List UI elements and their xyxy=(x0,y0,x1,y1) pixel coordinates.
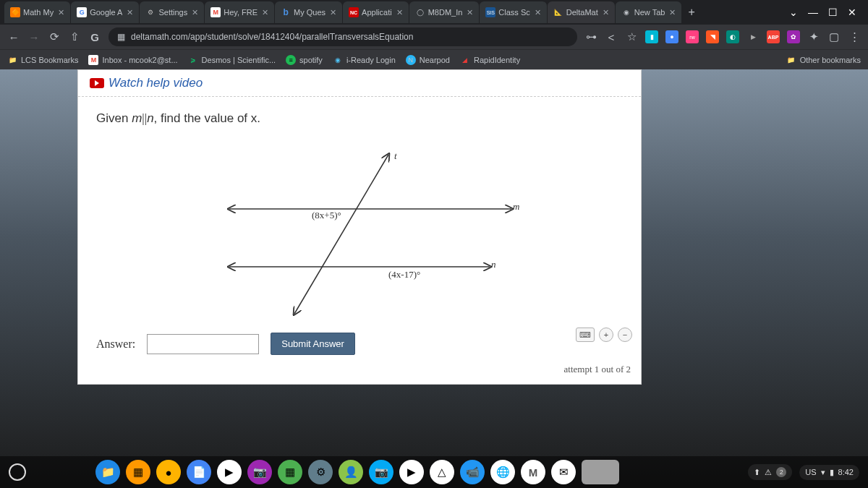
url-text: deltamath.com/app/student/solve/18412404… xyxy=(131,32,413,42)
tab-deltamath[interactable]: 📐DeltaMat✕ xyxy=(548,1,615,23)
gmail-app-icon[interactable]: ✉ xyxy=(551,460,576,484)
play-icon[interactable]: ▶ xyxy=(746,30,760,43)
zoom-in-button[interactable]: + xyxy=(599,328,613,342)
app-icon[interactable]: 👤 xyxy=(339,460,363,484)
submit-answer-button[interactable]: Submit Answer xyxy=(271,333,355,355)
close-icon[interactable]: ✕ xyxy=(396,8,403,17)
files-app-icon[interactable]: 📁 xyxy=(95,460,120,484)
key-icon[interactable]: ⊶ xyxy=(584,30,597,43)
abp-icon[interactable]: ABP xyxy=(767,30,780,43)
app-icon[interactable] xyxy=(582,460,619,484)
bookmark-nearpod[interactable]: NNearpod xyxy=(406,55,450,65)
chrome-os-shelf: 📁 ▦ ● 📄 ▶ 📷 ▦ ⚙ 👤 📷 ▶ △ 📹 🌐 M ✉ ⬆ ⚠ 2 US… xyxy=(0,456,868,488)
watch-help-video-link[interactable]: Watch help video xyxy=(90,76,629,90)
camera-app-icon[interactable]: 📷 xyxy=(369,460,393,484)
extensions-icon[interactable]: ✦ xyxy=(807,30,820,43)
upper-angle-label: (8x+5)° xyxy=(312,210,341,221)
help-video-label: Watch help video xyxy=(109,76,203,90)
back-icon[interactable]: ← xyxy=(7,31,20,43)
answer-input[interactable] xyxy=(147,334,259,354)
app-icon[interactable]: ▦ xyxy=(126,460,150,484)
close-icon[interactable]: ✕ xyxy=(58,8,64,17)
tab-myques[interactable]: bMy Ques✕ xyxy=(275,1,342,23)
bookmark-spotify[interactable]: ≡spotify xyxy=(286,55,323,65)
extension-icon[interactable]: ✿ xyxy=(787,30,800,43)
tab-newtab[interactable]: ◉New Tab✕ xyxy=(616,1,682,23)
app-icon[interactable]: ● xyxy=(156,460,181,484)
tab-google[interactable]: GGoogle A✕ xyxy=(71,1,139,23)
bookmark-rapididentity[interactable]: ◢RapidIdentity xyxy=(460,55,520,65)
close-icon[interactable]: ✕ xyxy=(669,8,676,17)
chrome-icon[interactable]: 🌐 xyxy=(490,460,515,484)
problem-figure: m n t (8x+5)° (4x-17)° xyxy=(179,140,540,321)
docs-icon[interactable]: 📄 xyxy=(187,460,211,484)
tab-m8dm[interactable]: ◯M8DM_In✕ xyxy=(409,1,480,23)
close-icon[interactable]: ✕ xyxy=(127,8,133,17)
close-icon[interactable]: ✕ xyxy=(262,8,268,17)
wifi-icon: ▾ xyxy=(821,468,825,477)
tab-settings[interactable]: ⚙Settings✕ xyxy=(140,1,204,23)
settings-app-icon[interactable]: ⚙ xyxy=(308,460,333,484)
sheets-icon[interactable]: ▦ xyxy=(278,460,302,484)
account-icon[interactable]: ▢ xyxy=(827,30,841,43)
clock: 8:42 xyxy=(838,468,854,476)
problem-card: Watch help video Given m||n, find the va… xyxy=(77,69,642,385)
extension-icon[interactable]: ◐ xyxy=(726,30,739,43)
m-app-icon[interactable]: M xyxy=(521,460,545,484)
svg-line-2 xyxy=(294,155,388,314)
minimize-icon[interactable]: — xyxy=(808,7,818,18)
tab-application[interactable]: NCApplicati✕ xyxy=(343,1,409,23)
other-bookmarks[interactable]: 📁Other bookmarks xyxy=(786,55,861,65)
extension-icon[interactable]: rw xyxy=(686,30,699,43)
app-icon[interactable]: 📹 xyxy=(460,460,485,484)
menu-icon[interactable]: ⋮ xyxy=(848,30,861,43)
line-n-label: n xyxy=(491,259,496,270)
notification-badge: 2 xyxy=(776,467,786,477)
line-m-label: m xyxy=(513,201,519,213)
google-icon[interactable]: G xyxy=(88,31,101,43)
system-tray[interactable]: ⬆ ⚠ 2 US ▾ ▮ 8:42 xyxy=(748,464,859,480)
close-window-icon[interactable]: ✕ xyxy=(848,7,856,18)
lower-angle-label: (4x-17)° xyxy=(388,269,420,281)
bookmark-inbox[interactable]: MInbox - mcook2@st... xyxy=(88,55,177,65)
problem-prompt: Given m||n, find the value of x. xyxy=(96,111,623,126)
bookmark-iready[interactable]: ◉i-Ready Login xyxy=(333,55,396,65)
new-tab-button[interactable]: + xyxy=(682,6,700,19)
extension-icon[interactable]: ● xyxy=(665,30,678,43)
extension-icon[interactable]: ▮ xyxy=(645,30,658,43)
up-icon: ⬆ xyxy=(754,468,760,477)
close-icon[interactable]: ✕ xyxy=(467,8,473,17)
app-icon[interactable]: 📷 xyxy=(247,460,272,484)
battery-icon: ▮ xyxy=(830,468,834,477)
close-icon[interactable]: ✕ xyxy=(535,8,541,17)
bookmark-desmos[interactable]: ⩾Desmos | Scientific... xyxy=(188,55,276,65)
close-icon[interactable]: ✕ xyxy=(603,8,609,17)
zoom-out-button[interactable]: − xyxy=(618,328,632,342)
chevron-down-icon[interactable]: ⌄ xyxy=(789,7,798,18)
keyboard-button[interactable]: ⌨ xyxy=(576,328,595,342)
site-info-icon[interactable]: ▦ xyxy=(117,32,125,42)
tab-class[interactable]: SISClass Sc✕ xyxy=(480,1,546,23)
forward-icon[interactable]: → xyxy=(27,31,41,43)
close-icon[interactable]: ✕ xyxy=(330,8,336,17)
bookmark-lcs[interactable]: 📁LCS Bookmarks xyxy=(7,55,78,65)
reload-icon[interactable]: ⟳ xyxy=(48,30,61,43)
launcher-icon[interactable] xyxy=(9,463,26,481)
star-icon[interactable]: ☆ xyxy=(625,30,638,43)
url-input[interactable]: ▦ deltamath.com/app/student/solve/184124… xyxy=(109,27,577,46)
attempt-counter: attempt 1 out of 2 xyxy=(564,364,631,375)
maximize-icon[interactable]: ☐ xyxy=(828,7,838,18)
youtube-app-icon[interactable]: ▶ xyxy=(217,460,242,484)
tab-gmail-hey[interactable]: MHey, FRE✕ xyxy=(205,1,274,23)
bookmarks-bar: 📁LCS Bookmarks MInbox - mcook2@st... ⩾De… xyxy=(0,49,868,69)
close-icon[interactable]: ✕ xyxy=(192,8,198,17)
tab-strip: 🔶Math My✕ GGoogle A✕ ⚙Settings✕ MHey, FR… xyxy=(0,0,868,25)
drive-icon[interactable]: △ xyxy=(430,460,454,484)
warning-icon: ⚠ xyxy=(765,468,772,477)
share-icon[interactable]: < xyxy=(605,31,618,43)
tab-math[interactable]: 🔶Math My✕ xyxy=(4,1,70,23)
extension-icon[interactable]: ◥ xyxy=(706,30,719,43)
play-app-icon[interactable]: ▶ xyxy=(399,460,424,484)
answer-label: Answer: xyxy=(96,338,135,351)
home-icon[interactable]: ⇧ xyxy=(68,30,81,43)
